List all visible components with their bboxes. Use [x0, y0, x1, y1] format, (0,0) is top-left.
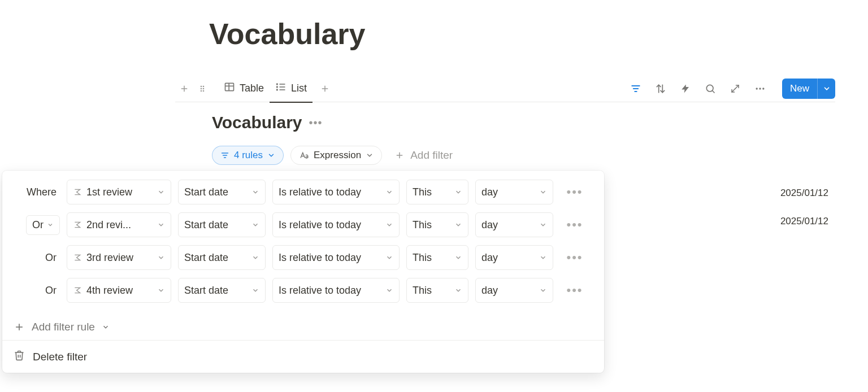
relative-select[interactable]: This	[406, 180, 468, 204]
add-filter-rule-button[interactable]: Add filter rule	[2, 314, 604, 340]
chevron-down-icon	[539, 254, 547, 262]
chevron-down-icon	[157, 254, 165, 262]
property-select-value: Start date	[184, 186, 247, 198]
svg-point-5	[203, 88, 205, 89]
list-dates: 2025/01/12 2025/01/12	[780, 188, 828, 244]
expand-icon[interactable]	[727, 80, 744, 97]
property-select[interactable]: Start date	[178, 278, 266, 303]
relative-select-value: This	[413, 252, 450, 264]
svg-point-16	[277, 89, 278, 90]
relative-select[interactable]: This	[406, 245, 468, 270]
filter-icon[interactable]	[627, 80, 644, 97]
new-button-dropdown[interactable]	[817, 79, 835, 99]
operator-select[interactable]: Is relative to today	[272, 212, 400, 237]
field-select-value: 1st review	[86, 186, 153, 198]
conjunction-label: Or	[11, 252, 60, 264]
new-button[interactable]: New	[782, 79, 835, 99]
conjunction-value: Or	[32, 219, 44, 231]
property-select[interactable]: Start date	[178, 245, 266, 270]
view-toolbar: New	[627, 79, 835, 99]
trash-icon	[14, 350, 25, 364]
tab-table-label: Table	[240, 82, 264, 94]
rule-more-icon[interactable]: •••	[565, 283, 585, 298]
drag-handle-icon[interactable]	[193, 80, 211, 98]
sort-icon[interactable]	[652, 80, 669, 97]
rule-more-icon[interactable]: •••	[565, 185, 585, 199]
relative-select-value: This	[413, 285, 450, 297]
chevron-down-icon	[251, 188, 259, 196]
filter-panel: Where 1st review Start date Is relative …	[2, 171, 604, 373]
rules-chip[interactable]: 4 rules	[212, 146, 284, 165]
operator-select[interactable]: Is relative to today	[272, 278, 400, 303]
field-select[interactable]: 4th review	[67, 278, 171, 303]
operator-select[interactable]: Is relative to today	[272, 180, 400, 204]
chevron-down-icon	[385, 254, 393, 262]
svg-point-14	[277, 84, 278, 85]
chevron-down-icon	[157, 188, 165, 196]
search-icon[interactable]	[702, 80, 719, 97]
new-button-label[interactable]: New	[782, 79, 817, 99]
property-select[interactable]: Start date	[178, 180, 266, 204]
chevron-down-icon	[454, 254, 462, 262]
unit-select[interactable]: day	[475, 278, 553, 303]
field-select[interactable]: 2nd revi...	[67, 212, 171, 237]
chevron-down-icon	[454, 221, 462, 229]
unit-select-value: day	[481, 252, 535, 264]
field-select[interactable]: 3rd review	[67, 245, 171, 270]
unit-select[interactable]: day	[475, 180, 553, 204]
conjunction-select[interactable]: Or	[26, 215, 60, 235]
more-icon[interactable]	[752, 80, 769, 97]
property-select-value: Start date	[184, 219, 247, 231]
automation-icon[interactable]	[677, 80, 694, 97]
expression-chip[interactable]: Expression	[290, 146, 382, 165]
filter-rule-row: Or 2nd revi... Start date Is relative to…	[11, 212, 595, 237]
tab-list-label: List	[291, 82, 307, 94]
formula-icon	[73, 286, 82, 295]
property-select-value: Start date	[184, 285, 247, 297]
svg-point-6	[201, 90, 202, 92]
field-select[interactable]: 1st review	[67, 180, 171, 204]
operator-select-value: Is relative to today	[279, 285, 381, 297]
list-date: 2025/01/12	[780, 188, 828, 216]
delete-filter-button[interactable]: Delete filter	[2, 341, 604, 373]
table-icon	[224, 81, 235, 95]
add-tab-icon[interactable]	[316, 80, 334, 98]
svg-point-22	[706, 85, 713, 92]
chevron-down-icon	[385, 188, 393, 196]
rule-more-icon[interactable]: •••	[565, 217, 585, 232]
tab-list[interactable]: List	[270, 75, 313, 102]
chevron-down-icon	[366, 151, 374, 159]
relative-select[interactable]: This	[406, 212, 468, 237]
svg-point-26	[762, 88, 764, 89]
operator-select-value: Is relative to today	[279, 219, 381, 231]
page-title: Vocabulary	[209, 17, 365, 51]
add-view-icon[interactable]	[175, 80, 193, 98]
tab-table[interactable]: Table	[218, 75, 270, 102]
chevron-down-icon	[267, 151, 275, 159]
property-select[interactable]: Start date	[178, 212, 266, 237]
database-header: Vocabulary •••	[212, 113, 323, 132]
unit-select[interactable]: day	[475, 245, 553, 270]
operator-select-value: Is relative to today	[279, 186, 381, 198]
add-filter-label: Add filter	[410, 149, 453, 162]
chevron-down-icon	[157, 221, 165, 229]
operator-select[interactable]: Is relative to today	[272, 245, 400, 270]
field-select-value: 2nd revi...	[86, 219, 153, 231]
database-more-icon[interactable]: •••	[309, 116, 323, 129]
filter-rule-row: Or 3rd review Start date Is relative to …	[11, 245, 595, 270]
chevron-down-icon	[385, 221, 393, 229]
relative-select-value: This	[413, 186, 450, 198]
where-label: Where	[11, 186, 60, 198]
database-title[interactable]: Vocabulary	[212, 113, 302, 132]
unit-select-value: day	[481, 219, 535, 231]
unit-select-value: day	[481, 285, 535, 297]
relative-select[interactable]: This	[406, 278, 468, 303]
unit-select[interactable]: day	[475, 212, 553, 237]
chevron-down-icon	[454, 286, 462, 294]
formula-icon	[73, 188, 82, 197]
add-filter-button[interactable]: Add filter	[389, 146, 458, 165]
rule-more-icon[interactable]: •••	[565, 250, 585, 265]
rules-chip-label: 4 rules	[234, 150, 263, 161]
filter-rule-row: Where 1st review Start date Is relative …	[11, 180, 595, 204]
views-bar: Table List New	[175, 75, 835, 102]
